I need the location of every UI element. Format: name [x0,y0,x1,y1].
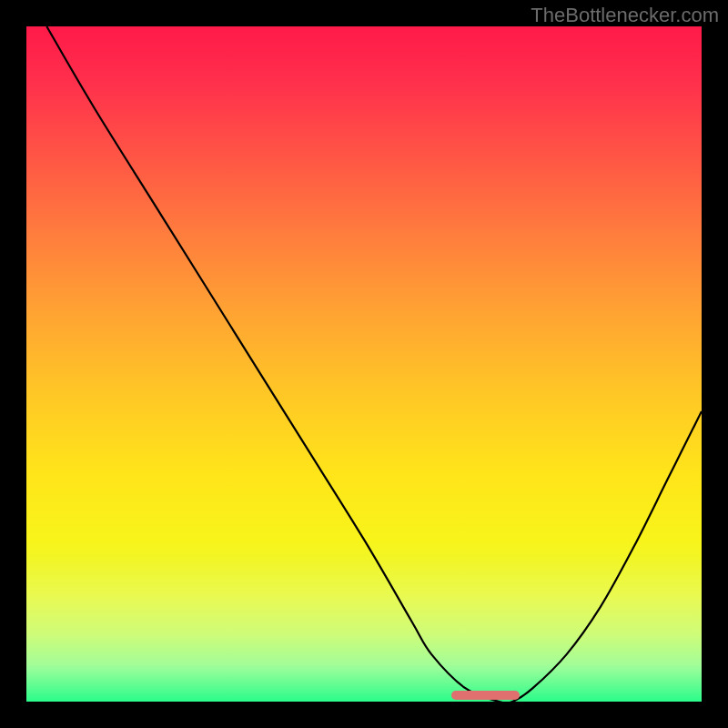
bottleneck-curve-path [46,26,702,702]
chart-curve-svg [26,26,702,702]
watermark-text: TheBottlenecker.com [531,4,719,27]
minimum-marker [451,691,519,700]
chart-plot-area [26,26,702,702]
